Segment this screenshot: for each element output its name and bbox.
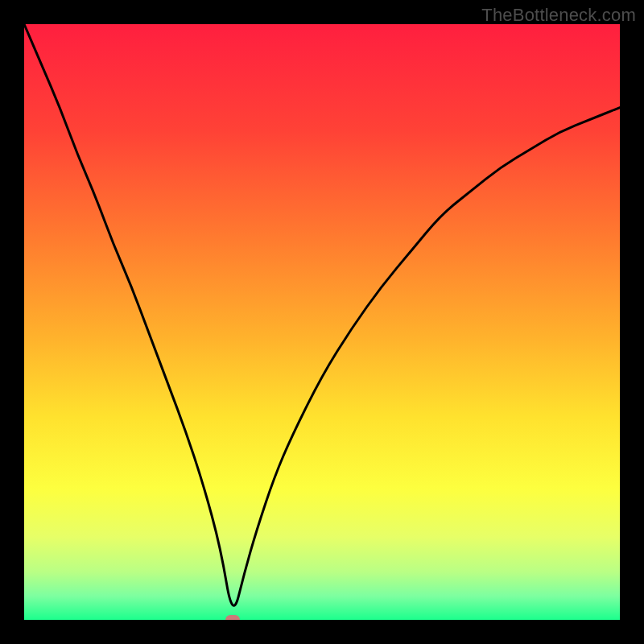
chart-frame <box>24 24 620 620</box>
watermark-text: TheBottleneck.com <box>481 5 636 26</box>
optimum-marker <box>225 615 240 620</box>
bottleneck-curve <box>24 24 620 620</box>
